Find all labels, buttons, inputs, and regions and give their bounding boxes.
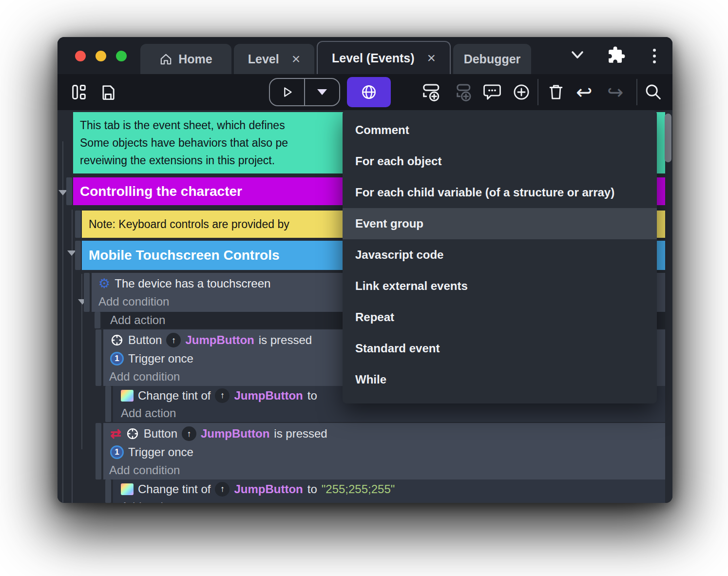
tab-label: Level	[248, 52, 279, 66]
menu-item-while[interactable]: While	[343, 364, 657, 395]
home-icon	[159, 53, 172, 66]
object-name: JumpButton	[234, 389, 303, 403]
toolbar: ↩ ↪	[57, 74, 672, 110]
redo-icon[interactable]: ↪	[607, 82, 624, 102]
menu-item-event-group[interactable]: Event group	[343, 208, 657, 239]
action-prefix: Change tint of	[138, 482, 211, 496]
traffic-lights	[75, 51, 127, 61]
more-options-kebab-icon[interactable]	[653, 49, 656, 63]
system-gear-icon: ⚙	[98, 277, 110, 290]
menu-item-repeat[interactable]: Repeat	[343, 302, 657, 333]
extensions-puzzle-icon[interactable]	[607, 46, 626, 66]
menu-item-javascript-code[interactable]: Javascript code	[343, 239, 657, 270]
add-subevent-button[interactable]	[453, 82, 473, 102]
add-event-menu: Comment For each object For each child v…	[343, 110, 657, 403]
note-text: Note: Keyboard controls are provided by	[89, 218, 289, 231]
minimize-window-button[interactable]	[96, 51, 106, 61]
condition-text: The device has a touchscreen	[115, 277, 270, 290]
add-more-button[interactable]	[512, 82, 531, 102]
toolbar-separator	[537, 79, 538, 105]
save-icon[interactable]	[99, 83, 117, 101]
event-jumpbutton-2[interactable]: ⇄ Button ↑ JumpButton is pressed 1 Trigg…	[103, 423, 665, 480]
group-title: Mobile Touchscreen Controls	[89, 248, 280, 263]
add-action-link[interactable]: Add action	[121, 406, 176, 420]
action-to: to	[307, 482, 317, 496]
add-event-button[interactable]	[422, 82, 441, 102]
drag-handle[interactable]	[96, 423, 101, 480]
gamepad-button-icon	[126, 427, 139, 441]
tint-color-icon	[121, 390, 134, 402]
close-tab-icon[interactable]: ×	[292, 52, 301, 66]
drag-handle[interactable]	[66, 177, 72, 205]
tabs-overflow-chevron-icon[interactable]	[570, 50, 585, 62]
tab-level-events[interactable]: Level (Events) ×	[317, 41, 451, 74]
add-comment-button[interactable]	[482, 82, 502, 102]
object-name: JumpButton	[201, 427, 269, 441]
object-thumbnail-icon: ↑	[215, 388, 230, 403]
delete-trash-button[interactable]	[547, 83, 565, 101]
play-options-dropdown[interactable]	[305, 79, 339, 105]
group-title: Controlling the character	[80, 184, 242, 199]
drag-handle[interactable]	[75, 211, 81, 238]
menu-item-link-external-events[interactable]: Link external events	[343, 270, 657, 302]
object-thumbnail-icon: ↑	[166, 333, 181, 347]
play-button[interactable]	[270, 79, 304, 105]
object-name: JumpButton	[185, 333, 254, 347]
close-tab-icon[interactable]: ×	[427, 51, 436, 65]
vertical-scrollbar-thumb[interactable]	[665, 114, 671, 162]
condition-suffix: is pressed	[274, 427, 327, 441]
action-prefix: Change tint of	[138, 389, 211, 403]
object-thumbnail-icon: ↑	[215, 482, 230, 497]
trigger-once-icon: 1	[110, 445, 124, 459]
drag-handle[interactable]	[105, 480, 111, 503]
menu-item-comment[interactable]: Comment	[343, 115, 657, 146]
tab-label: Home	[178, 52, 212, 66]
action-change-tint-2[interactable]: Change tint of ↑ JumpButton to "255;255;…	[113, 480, 665, 503]
publish-globe-button[interactable]	[347, 77, 391, 107]
condition-text: Trigger once	[128, 352, 193, 365]
object-thumbnail-icon: ↑	[182, 426, 196, 441]
toggle-panels-layout-icon[interactable]	[70, 83, 88, 101]
condition-prefix: Button	[128, 333, 162, 347]
inverted-condition-icon: ⇄	[110, 427, 121, 441]
tab-debugger[interactable]: Debugger	[453, 44, 531, 74]
event-sheet: This tab is the event sheet, which defin…	[57, 110, 672, 503]
close-window-button[interactable]	[75, 51, 86, 61]
add-condition-link[interactable]: Add condition	[109, 370, 180, 384]
drag-handle[interactable]	[105, 386, 111, 422]
menu-item-for-each-object[interactable]: For each object	[343, 146, 657, 177]
drag-handle[interactable]	[95, 312, 100, 328]
toolbar-separator	[636, 79, 637, 105]
action-to: to	[307, 389, 317, 403]
undo-icon[interactable]: ↩	[576, 82, 593, 102]
screenshot-stage: Home Level × Level (Events) × Debugger	[0, 0, 728, 576]
add-action-link[interactable]: Add action	[110, 313, 165, 327]
globe-icon	[360, 83, 378, 101]
drag-handle[interactable]	[75, 241, 81, 270]
object-name: JumpButton	[234, 482, 303, 496]
gamepad-button-icon	[110, 333, 124, 347]
tint-color-icon	[121, 483, 134, 495]
add-condition-link[interactable]: Add condition	[98, 295, 169, 308]
app-window: Home Level × Level (Events) × Debugger	[57, 37, 672, 503]
tab-label: Debugger	[464, 52, 521, 66]
titlebar: Home Level × Level (Events) × Debugger	[57, 37, 672, 74]
tab-home[interactable]: Home	[140, 44, 231, 74]
tab-level[interactable]: Level ×	[234, 44, 314, 74]
drag-handle[interactable]	[84, 273, 90, 312]
zoom-window-button[interactable]	[116, 51, 127, 61]
condition-suffix: is pressed	[259, 333, 312, 347]
menu-item-standard-event[interactable]: Standard event	[343, 333, 657, 364]
condition-prefix: Button	[144, 427, 177, 441]
menu-item-for-each-child-variable[interactable]: For each child variable (of a structure …	[343, 177, 657, 208]
add-condition-link[interactable]: Add condition	[109, 463, 180, 477]
trigger-once-icon: 1	[110, 352, 124, 365]
tab-bar: Home Level × Level (Events) × Debugger	[140, 37, 531, 74]
tree-guide-line	[62, 141, 63, 503]
add-action-link[interactable]: Add action	[121, 500, 176, 503]
action-value: "255;255;255"	[322, 482, 395, 496]
preview-play-split-button	[269, 78, 340, 106]
search-icon[interactable]	[644, 83, 663, 101]
drag-handle[interactable]	[96, 329, 101, 386]
dropdown-caret-icon	[317, 89, 327, 95]
